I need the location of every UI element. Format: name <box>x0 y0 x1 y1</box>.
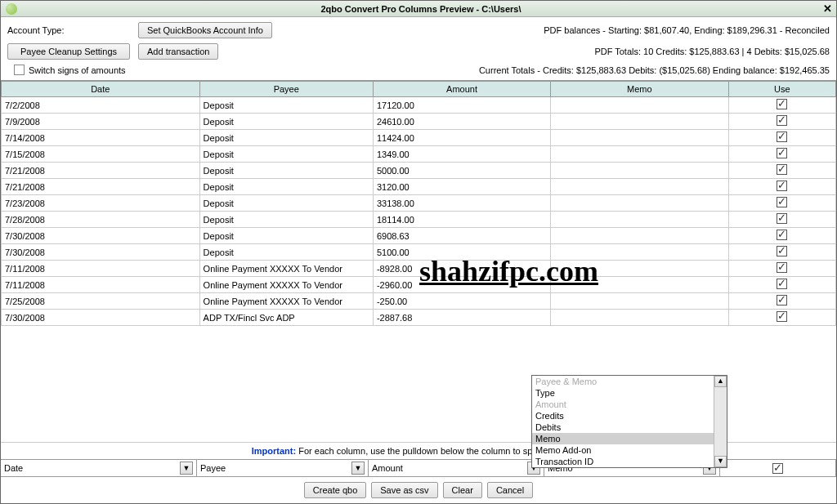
cell-use[interactable] <box>728 179 835 195</box>
cell-date[interactable]: 7/11/2008 <box>2 261 200 277</box>
use-checkbox[interactable] <box>777 164 787 175</box>
cell-date[interactable]: 7/30/2008 <box>2 228 200 244</box>
cell-payee[interactable]: Deposit <box>199 195 373 212</box>
col-header-payee[interactable]: Payee <box>199 82 373 97</box>
cell-amount[interactable]: -250.00 <box>373 293 550 310</box>
use-checkbox[interactable] <box>777 181 787 191</box>
cell-amount[interactable]: 18114.00 <box>373 212 550 228</box>
cell-payee[interactable]: Deposit <box>199 179 373 195</box>
set-quickbooks-info-button[interactable]: Set QuickBooks Account Info <box>138 22 272 38</box>
cell-amount[interactable]: 33138.00 <box>373 195 550 212</box>
table-row[interactable]: 7/11/2008Online Payment XXXXX To Vendor-… <box>2 261 836 277</box>
table-row[interactable]: 7/30/2008Deposit6908.63 <box>2 228 836 244</box>
selector-amount[interactable]: Amount ▼ <box>369 460 544 476</box>
cell-memo[interactable] <box>551 163 728 179</box>
cell-payee[interactable]: Online Payment XXXXX To Vendor <box>199 293 373 310</box>
table-row[interactable]: 7/30/2008Deposit5100.00 <box>2 244 836 261</box>
use-checkbox[interactable] <box>777 99 787 109</box>
cell-amount[interactable]: -2960.00 <box>373 277 550 293</box>
create-qbo-button[interactable]: Create qbo <box>304 482 366 498</box>
cell-amount[interactable]: -8928.00 <box>373 261 550 277</box>
add-transaction-button[interactable]: Add transaction <box>138 43 218 60</box>
cell-date[interactable]: 7/21/2008 <box>2 179 200 195</box>
dropdown-item[interactable]: Memo Add-on <box>532 444 727 456</box>
cell-memo[interactable] <box>551 179 728 195</box>
cell-use[interactable] <box>728 130 835 146</box>
table-row[interactable]: 7/15/2008Deposit1349.00 <box>2 146 836 163</box>
cell-date[interactable]: 7/2/2008 <box>2 97 200 114</box>
cell-date[interactable]: 7/15/2008 <box>2 146 200 163</box>
use-checkbox[interactable] <box>777 311 787 322</box>
use-checkbox[interactable] <box>777 279 787 289</box>
cell-memo[interactable] <box>551 277 728 293</box>
cell-use[interactable] <box>728 163 835 179</box>
cell-payee[interactable]: ADP TX/Fincl Svc ADP <box>199 310 373 326</box>
cell-amount[interactable]: 24610.00 <box>373 114 550 130</box>
table-row[interactable]: 7/9/2008Deposit24610.00 <box>2 114 836 130</box>
cell-payee[interactable]: Deposit <box>199 146 373 163</box>
selector-date[interactable]: Date ▼ <box>1 460 197 476</box>
cell-payee[interactable]: Deposit <box>199 130 373 146</box>
cell-payee[interactable]: Deposit <box>199 212 373 228</box>
chevron-down-icon[interactable]: ▼ <box>180 462 193 475</box>
cell-date[interactable]: 7/14/2008 <box>2 130 200 146</box>
table-row[interactable]: 7/14/2008Deposit11424.00 <box>2 130 836 146</box>
cell-amount[interactable]: 6908.63 <box>373 228 550 244</box>
cell-payee[interactable]: Online Payment XXXXX To Vendor <box>199 261 373 277</box>
cell-memo[interactable] <box>551 261 728 277</box>
cell-amount[interactable]: -2887.68 <box>373 310 550 326</box>
cell-use[interactable] <box>728 277 835 293</box>
table-row[interactable]: 7/25/2008Online Payment XXXXX To Vendor-… <box>2 293 836 310</box>
cell-amount[interactable]: 17120.00 <box>373 97 550 114</box>
table-row[interactable]: 7/30/2008ADP TX/Fincl Svc ADP-2887.68 <box>2 310 836 326</box>
use-checkbox[interactable] <box>777 197 787 207</box>
col-header-date[interactable]: Date <box>2 82 200 97</box>
cell-amount[interactable]: 3120.00 <box>373 179 550 195</box>
cell-date[interactable]: 7/28/2008 <box>2 212 200 228</box>
cell-memo[interactable] <box>551 228 728 244</box>
cancel-button[interactable]: Cancel <box>487 482 533 498</box>
use-checkbox[interactable] <box>777 295 787 306</box>
scroll-down-icon[interactable]: ▼ <box>714 456 727 467</box>
cell-payee[interactable]: Deposit <box>199 228 373 244</box>
selector-payee[interactable]: Payee ▼ <box>197 460 369 476</box>
cell-date[interactable]: 7/25/2008 <box>2 293 200 310</box>
table-row[interactable]: 7/2/2008Deposit17120.00 <box>2 97 836 114</box>
table-row[interactable]: 7/23/2008Deposit33138.00 <box>2 195 836 212</box>
cell-use[interactable] <box>728 261 835 277</box>
cell-use[interactable] <box>728 146 835 163</box>
use-checkbox[interactable] <box>777 115 787 126</box>
scroll-up-icon[interactable]: ▲ <box>714 376 727 387</box>
cell-memo[interactable] <box>551 293 728 310</box>
cell-use[interactable] <box>728 228 835 244</box>
cell-payee[interactable]: Online Payment XXXXX To Vendor <box>199 277 373 293</box>
selector-use[interactable] <box>720 460 836 476</box>
payee-cleanup-button[interactable]: Payee Cleanup Settings <box>7 43 130 60</box>
save-csv-button[interactable]: Save as csv <box>371 482 437 498</box>
cell-use[interactable] <box>728 114 835 130</box>
use-checkbox[interactable] <box>777 230 787 240</box>
use-checkbox[interactable] <box>777 246 787 256</box>
cell-memo[interactable] <box>551 244 728 261</box>
dropdown-item[interactable]: Type <box>532 387 727 399</box>
chevron-down-icon[interactable]: ▼ <box>351 462 365 475</box>
memo-dropdown-popup[interactable]: ▲ ▼ Payee & MemoTypeAmountCreditsDebitsM… <box>531 375 727 468</box>
clear-button[interactable]: Clear <box>443 482 482 498</box>
cell-payee[interactable]: Deposit <box>199 163 373 179</box>
table-row[interactable]: 7/21/2008Deposit5000.00 <box>2 163 836 179</box>
cell-date[interactable]: 7/23/2008 <box>2 195 200 212</box>
dropdown-item[interactable]: Credits <box>532 410 727 421</box>
cell-date[interactable]: 7/30/2008 <box>2 310 200 326</box>
table-row[interactable]: 7/28/2008Deposit18114.00 <box>2 212 836 228</box>
cell-use[interactable] <box>728 244 835 261</box>
cell-memo[interactable] <box>551 212 728 228</box>
close-icon[interactable]: ✕ <box>820 2 835 16</box>
col-header-memo[interactable]: Memo <box>551 82 728 97</box>
dropdown-item[interactable]: Memo <box>532 433 727 444</box>
use-checkbox[interactable] <box>777 132 787 142</box>
cell-amount[interactable]: 11424.00 <box>373 130 550 146</box>
table-row[interactable]: 7/21/2008Deposit3120.00 <box>2 179 836 195</box>
cell-use[interactable] <box>728 212 835 228</box>
cell-memo[interactable] <box>551 195 728 212</box>
cell-use[interactable] <box>728 310 835 326</box>
